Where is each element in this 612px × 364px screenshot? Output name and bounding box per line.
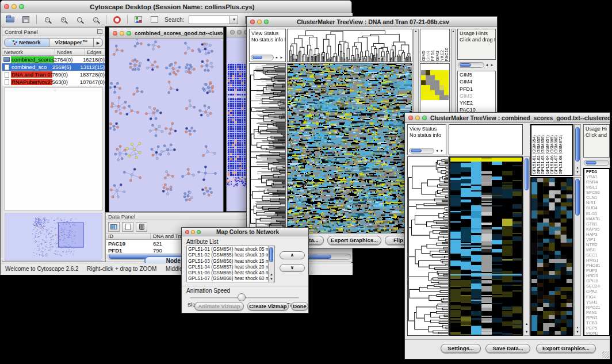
scrollbar-track[interactable] [251, 55, 274, 60]
tv2-heatmap-vscrollbar[interactable]: ▲ ▼ [523, 156, 530, 336]
scrollbar-track[interactable] [458, 62, 484, 68]
row-label[interactable]: GIM5 [458, 71, 495, 78]
tv1-matrix-thumbnail-canvas[interactable] [421, 70, 449, 100]
scroll-down-icon[interactable]: ▼ [269, 277, 274, 281]
gene-label[interactable]: NTR2 [584, 242, 609, 247]
tv1-status-hscrollbar[interactable]: ◄► [251, 54, 284, 61]
tv2-save-data-button[interactable]: Save Data... [485, 344, 530, 353]
attribute-item[interactable]: GPL51-07 (GSM868) heat shock 60 min [187, 275, 268, 281]
column-label[interactable]: GPL51-08 (GSM872) [559, 135, 563, 174]
scrollbar-thumb[interactable] [575, 127, 580, 162]
scroll-down-icon[interactable]: ▼ [524, 330, 529, 334]
scroll-right-icon[interactable]: ► [279, 55, 284, 60]
tv2-status-hscrollbar[interactable]: ◄► [409, 147, 445, 154]
treeview2-titlebar[interactable]: ClusterMaker TreeView : combined_scores_… [405, 113, 610, 123]
gene-label[interactable]: VIP1 [584, 237, 609, 242]
tv2-column-dendrogram-panel[interactable] [449, 124, 523, 155]
network-table-row[interactable]: DNA and Tran 07 769(0) 183728(0) [2, 71, 105, 78]
gene-label[interactable]: SPC98 [584, 190, 609, 195]
tv1-row-dendrogram-canvas[interactable] [250, 64, 285, 233]
scrollbar-thumb[interactable] [525, 158, 529, 190]
gene-label[interactable]: HMG1 [584, 258, 609, 263]
attribute-item[interactable]: GPL51-03 (GSM856) heat shock 15 min [187, 258, 268, 264]
scrollbar-track[interactable] [409, 148, 434, 154]
gene-label[interactable]: HRD3 [584, 273, 609, 278]
gene-label[interactable]: SEC24 [584, 283, 609, 289]
select-attributes-button[interactable] [108, 222, 120, 232]
row-label[interactable]: GIM4 [458, 78, 495, 85]
tv1-export-graphics-button[interactable]: Export Graphics... [327, 236, 381, 245]
gene-label[interactable]: PHO81 [584, 263, 609, 268]
scroll-left-icon[interactable]: ◄ [274, 55, 279, 60]
network-overview-canvas[interactable] [5, 213, 102, 261]
annotation-button[interactable] [148, 15, 160, 25]
gene-label[interactable]: YSH1 [584, 300, 609, 305]
gene-label[interactable]: PFD1 [584, 169, 609, 174]
gene-label[interactable]: RPO21 [584, 305, 609, 310]
column-label[interactable]: PAC10 [445, 48, 449, 61]
scrollbar-thumb[interactable] [411, 149, 422, 152]
main-titlebar[interactable]: Cytoscape Desktop (Session Name: collins… [1, 1, 351, 13]
scroll-right-icon[interactable]: ► [489, 62, 495, 68]
search-input[interactable] [189, 16, 230, 24]
gene-label[interactable]: ELG1 [584, 211, 609, 216]
tv2-settings-button[interactable]: Settings... [441, 344, 481, 353]
dialog-titlebar[interactable]: Map Colors to Network [182, 228, 308, 236]
gene-label[interactable]: KAP95 [584, 227, 609, 232]
help-button[interactable] [111, 15, 123, 25]
row-label[interactable]: PFD1 [458, 86, 495, 93]
row-label[interactable]: GIM3 [458, 93, 495, 99]
gene-label[interactable]: RPN1 [584, 315, 609, 320]
col-id[interactable]: ID [106, 233, 151, 239]
gene-label[interactable]: MSI1 [584, 247, 609, 252]
float-panel-icon[interactable] [97, 29, 102, 34]
scroll-up-icon[interactable]: ▲ [452, 29, 455, 33]
network-table-row[interactable]: RNAPuberNov2+ 563(0) 107847(0) [2, 78, 105, 86]
tv2-export-graphics-button[interactable]: Export Graphics... [536, 344, 596, 353]
gene-label[interactable]: TCB3 [584, 320, 609, 325]
gene-label[interactable]: MSL1 [584, 185, 609, 190]
scrollbar-track[interactable] [584, 160, 609, 166]
create-vizmap-button[interactable]: Create Vizmap [247, 302, 289, 311]
open-file-button[interactable] [4, 15, 16, 25]
attribute-item[interactable]: GPL51-04 (GSM857) heat shock 20 min [187, 264, 268, 270]
gene-label[interactable]: PAN1 [584, 310, 609, 315]
delete-attribute-button[interactable] [136, 222, 147, 232]
network-view-titlebar[interactable]: combined_scores_good.txt--cluste... [109, 28, 223, 39]
gene-label[interactable]: YRA1 [584, 174, 609, 179]
treeview1-titlebar[interactable]: ClusterMaker TreeView : DNA and Tran 07-… [247, 17, 497, 27]
zoom-fit-button[interactable] [74, 15, 85, 25]
close-button[interactable] [4, 4, 9, 9]
minimize-button[interactable] [237, 30, 242, 35]
search-dropdown-button[interactable]: ▼ [230, 16, 238, 24]
tv2-usage-hscrollbar[interactable] [584, 159, 609, 166]
zoom-in-button[interactable]: + [58, 15, 69, 25]
vizmapper-button[interactable] [132, 15, 144, 25]
network-table-row[interactable]: combined_scores 2764(0) 16218(0) [2, 56, 105, 63]
move-up-button[interactable]: ∧ [280, 251, 305, 259]
zoom-button[interactable] [197, 230, 201, 234]
tab-vizmapper[interactable]: VizMapper™ [49, 38, 94, 47]
gene-label[interactable]: CLN1 [584, 195, 609, 200]
tv2-labels-vscrollbar[interactable]: ▲ ▼ [574, 124, 581, 176]
network-view-canvas[interactable] [109, 39, 223, 212]
scroll-down-icon[interactable]: ▼ [575, 170, 580, 174]
gene-label[interactable]: RNR4 [584, 179, 609, 185]
attribute-item[interactable]: GPL51-06 (GSM865) heat shock 40 min [187, 270, 268, 275]
minimize-button[interactable] [120, 31, 124, 36]
scrollbar-thumb[interactable] [460, 63, 471, 67]
scrollbar-thumb[interactable] [575, 179, 580, 216]
tv1-column-dendrogram-canvas[interactable] [288, 29, 412, 62]
gene-label[interactable]: MAK31 [584, 216, 609, 221]
scrollbar-thumb[interactable] [269, 247, 273, 262]
attribute-item[interactable]: GPL51-01 (GSM854) heat shock 05 min [187, 246, 268, 252]
gene-label[interactable]: SEC1 [584, 252, 609, 258]
scrollbar-thumb[interactable] [586, 161, 596, 164]
minimize-button[interactable] [191, 230, 195, 234]
attribute-item[interactable]: GPL51-02 (GSM855) heat shock 10 min [187, 252, 268, 258]
scroll-left-icon[interactable]: ◄ [434, 148, 439, 154]
gene-label[interactable]: NIS1 [584, 200, 609, 205]
zoom-out-button[interactable]: − [41, 15, 53, 25]
close-button[interactable] [230, 30, 235, 35]
tv2-row-dendrogram-canvas[interactable] [408, 157, 448, 335]
